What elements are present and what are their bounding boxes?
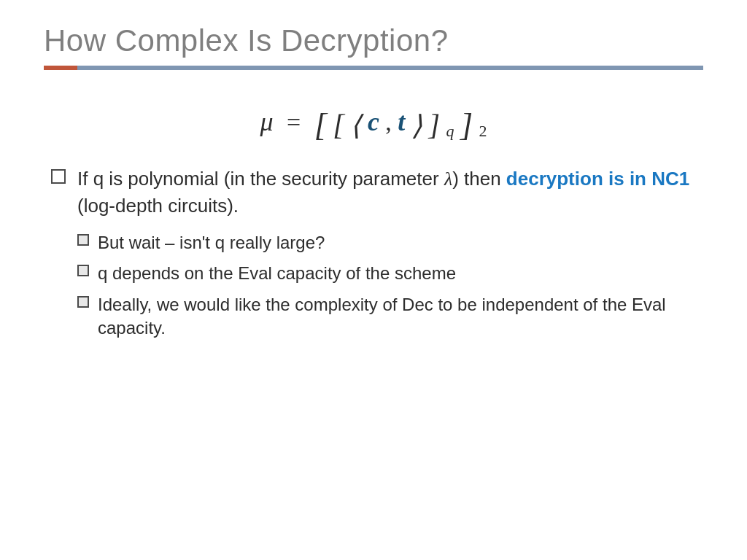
formula: μ = [ [ ⟨ c , t ⟩ ] q ] 2 [260,106,487,144]
slide: How Complex Is Decryption? μ = [ [ ⟨ c ,… [0,0,747,560]
bar-orange-accent [44,66,77,70]
sub-checkbox-3 [77,296,89,308]
sub-bullet-item-2: q depends on the Eval capacity of the sc… [77,262,696,285]
highlight-nc1: decryption is in NC1 [506,168,689,190]
main-bullet-item-1: If q is polynomial (in the security para… [51,166,696,219]
formula-inner-open: [ [333,109,344,141]
formula-angle-open: ⟨ [350,110,361,141]
formula-sub-q: q [446,122,454,140]
slide-title: How Complex Is Decryption? [44,23,703,58]
sub-checkbox-2 [77,265,89,276]
content-area: μ = [ [ ⟨ c , t ⟩ ] q ] 2 If q is polyno… [0,70,747,369]
sub-bullet-item-3: Ideally, we would like the complexity of… [77,293,696,341]
formula-angle-close: ⟩ [411,110,422,141]
sub-bullet-item-1: But wait – isn't q really large? [77,231,696,254]
formula-t: t [398,107,405,136]
formula-container: μ = [ [ ⟨ c , t ⟩ ] q ] 2 [51,106,696,144]
formula-c: c [368,107,379,136]
formula-equals: = [287,109,301,136]
main-bullet-text-1: If q is polynomial (in the security para… [77,166,696,219]
formula-mu: μ [260,107,273,136]
main-checkbox-1 [51,169,66,184]
header-area: How Complex Is Decryption? [0,0,747,70]
formula-outer-open: [ [314,107,327,143]
sub-bullet-text-3: Ideally, we would like the complexity of… [98,293,696,341]
sub-bullet-list: But wait – isn't q really large? q depen… [77,231,696,341]
formula-inner-close: ] [428,109,440,141]
lambda-symbol: λ [444,168,452,190]
formula-outer-close: ] [460,107,473,143]
header-bar [44,66,703,70]
sub-bullet-text-2: q depends on the Eval capacity of the sc… [98,262,456,285]
formula-comma: , [385,109,398,136]
sub-checkbox-1 [77,234,89,246]
bar-blue-accent [77,66,703,70]
formula-sub-2: 2 [479,122,487,140]
sub-bullet-text-1: But wait – isn't q really large? [98,231,325,254]
main-bullet-list: If q is polynomial (in the security para… [51,166,696,219]
